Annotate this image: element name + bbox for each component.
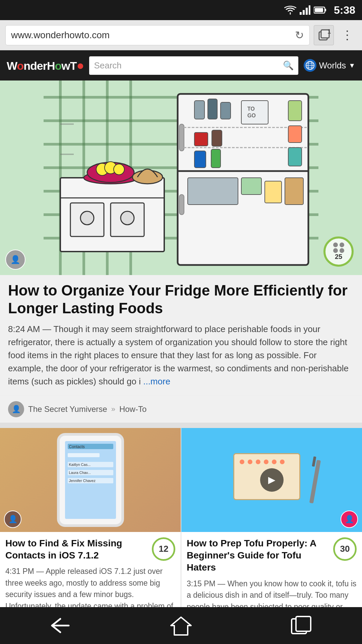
svg-rect-55: [211, 149, 221, 168]
grid-article-food-title[interactable]: How to Prep Tofu Properly: A Beginner's …: [187, 537, 330, 574]
url-text: www.wonderhowto.com: [11, 30, 292, 41]
food-dash: —: [218, 579, 227, 588]
grid-article-ios-image: Contacts Kaitlyn Cas... Laura Chav... Je…: [0, 428, 181, 532]
svg-rect-3: [309, 5, 310, 15]
comment-dot: [333, 248, 338, 253]
hero-source-avatar: 👤: [8, 401, 24, 417]
knife-blade: [312, 456, 316, 467]
back-arrow-icon: [49, 617, 72, 634]
svg-rect-52: [194, 132, 208, 146]
worlds-label: Worlds: [319, 60, 346, 71]
signal-icon: [300, 5, 310, 15]
hero-comment-count: 25: [335, 253, 342, 261]
svg-rect-5: [325, 9, 326, 11]
knife-handle: [309, 460, 320, 503]
browser-menu-button[interactable]: ⋮: [338, 28, 357, 42]
hero-article-category[interactable]: How-To: [119, 405, 146, 414]
logo-text: WonderHowT●: [7, 58, 84, 73]
browser-bar: www.wonderhowto.com ↻ 1 ⋮: [0, 20, 362, 50]
comment-dot: [333, 243, 338, 247]
svg-text:TO: TO: [247, 106, 255, 112]
tofu-dots: [234, 454, 299, 470]
hero-image: TO GO 👤: [0, 80, 362, 275]
contacts-label: Contacts: [68, 444, 113, 449]
svg-rect-1: [303, 10, 305, 15]
contact-list: Kaitlyn Cas... Laura Chav... Jennifer Ch…: [68, 462, 113, 483]
phone-line: [68, 453, 100, 457]
hero-read-more[interactable]: ...more: [143, 376, 170, 386]
grid-article-food-image: ▶ 👤: [181, 428, 362, 532]
svg-marker-68: [171, 617, 191, 635]
hero-excerpt-text: Though it may seem straightforward to pl…: [8, 324, 349, 386]
home-icon: [169, 615, 193, 636]
svg-point-30: [80, 211, 94, 225]
svg-text:GO: GO: [247, 113, 256, 118]
ios-time: 4:31 PM: [5, 567, 34, 576]
url-bar[interactable]: www.wonderhowto.com ↻: [5, 25, 310, 45]
svg-point-31: [121, 211, 134, 225]
hero-dash: —: [43, 324, 54, 334]
grid-article-ios-title[interactable]: How to Find & Fix Missing Contacts in iO…: [5, 537, 148, 562]
globe-icon: [304, 59, 316, 72]
comment-dots-row2: [333, 248, 344, 253]
video-play-button[interactable]: ▶: [260, 468, 284, 492]
search-bar[interactable]: Search 🔍: [89, 56, 298, 75]
phone-screen: Contacts Kaitlyn Cas... Laura Chav... Je…: [65, 441, 116, 519]
svg-rect-43: [179, 195, 184, 215]
site-logo[interactable]: WonderHowT●: [7, 58, 84, 73]
hero-article: TO GO 👤: [0, 80, 362, 423]
author-avatar-hero: 👤: [5, 250, 25, 270]
comment-dots-row: [333, 243, 344, 247]
svg-rect-46: [194, 101, 204, 119]
fridge-illustration: TO GO: [0, 80, 362, 275]
recents-button[interactable]: [282, 614, 322, 637]
hero-article-meta: 👤 The Secret Yumiverse » How-To: [0, 395, 362, 423]
worlds-button[interactable]: Worlds ▼: [304, 59, 355, 72]
ios-dash: —: [36, 567, 46, 576]
food-comment-badge: 30: [333, 537, 357, 561]
svg-rect-49: [241, 101, 268, 124]
section-divider: [0, 423, 362, 428]
status-icons: [284, 5, 327, 15]
svg-rect-0: [300, 12, 302, 15]
hero-source-arrow: »: [111, 405, 115, 414]
hero-content: How to Organize Your Fridge More Efficie…: [0, 275, 362, 395]
svg-rect-59: [285, 178, 303, 205]
search-placeholder: Search: [94, 60, 279, 71]
tofu-dot: [264, 460, 268, 464]
contact-item: Kaitlyn Cas...: [68, 462, 113, 467]
home-button[interactable]: [161, 614, 201, 637]
food-author-avatar: 👤: [341, 511, 358, 528]
svg-rect-47: [208, 99, 217, 119]
status-bar: 5:38: [0, 0, 362, 20]
phone-mockup: Contacts Kaitlyn Cas... Laura Chav... Je…: [57, 433, 124, 527]
tab-switcher-button[interactable]: 1: [314, 25, 334, 45]
worlds-dropdown-arrow: ▼: [349, 62, 355, 69]
recents-icon: [290, 615, 313, 636]
contact-item: Jennifer Chavez: [68, 478, 113, 483]
globe-svg: [305, 61, 315, 70]
wifi-icon: [284, 5, 296, 15]
comment-count-container: 25: [322, 235, 355, 268]
reload-icon[interactable]: ↻: [295, 29, 304, 42]
status-time: 5:38: [334, 4, 355, 16]
hero-source-name[interactable]: The Secret Yumiverse: [28, 405, 107, 414]
svg-rect-58: [265, 181, 282, 203]
svg-rect-53: [212, 130, 222, 146]
svg-rect-2: [306, 8, 308, 15]
hero-article-title[interactable]: How to Organize Your Fridge More Efficie…: [8, 282, 354, 317]
contact-item: Laura Chav...: [68, 470, 113, 475]
tofu-dot: [240, 460, 244, 464]
site-header: WonderHowT● Search 🔍 Worlds ▼: [0, 50, 362, 80]
tab-count: 1: [327, 28, 331, 35]
food-time: 3:15 PM: [187, 579, 216, 588]
svg-rect-56: [188, 178, 238, 205]
food-grid-title-row: How to Prep Tofu Properly: A Beginner's …: [187, 537, 357, 574]
hero-article-excerpt: 8:24 AM — Though it may seem straightfor…: [8, 323, 354, 388]
svg-rect-6: [315, 8, 323, 12]
search-icon[interactable]: 🔍: [283, 60, 294, 71]
back-button[interactable]: [40, 614, 80, 637]
ios-author-avatar: 👤: [4, 511, 21, 528]
svg-rect-54: [194, 151, 206, 168]
tofu-dot: [248, 460, 252, 464]
